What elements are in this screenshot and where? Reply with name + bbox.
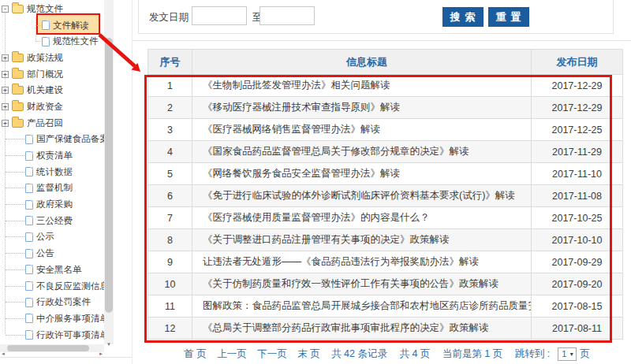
last-page-link[interactable]: 末 页: [297, 348, 319, 359]
sidebar-vertical-scrollbar[interactable]: [104, 0, 114, 344]
sidebar-bottom-divider: [0, 357, 132, 358]
page-jump-select[interactable]: 1▼: [558, 347, 577, 361]
sidebar-item-label: 行政处罚案件: [36, 296, 91, 308]
row-title-link[interactable]: 《网络餐饮服务食品安全监督管理办法》解读: [192, 163, 532, 185]
row-title-link[interactable]: 《关于仿制药质量和疗效一致性评价工作有关事项的公告》政策解读: [192, 273, 532, 295]
prev-page-link[interactable]: 上一页: [217, 348, 247, 359]
sidebar-item[interactable]: +财政资金: [0, 98, 104, 115]
scroll-left-icon[interactable]: [0, 344, 7, 352]
sidebar-item[interactable]: 三公经费: [0, 213, 104, 229]
scroll-right-icon[interactable]: [97, 344, 104, 352]
row-title-link[interactable]: 《免于进行临床试验的体外诊断试剂临床评价资料基本要求(试行)》解读: [192, 185, 532, 207]
table-row: 11图解政策：食品药品监管总局开展城乡接合部和农村地区药店诊所药品质量安全集中整…: [148, 295, 623, 318]
expand-icon[interactable]: +: [2, 87, 9, 94]
folder-icon: [12, 5, 24, 13]
sidebar-horizontal-scrollbar[interactable]: [0, 344, 104, 352]
table-row: 12《总局关于调整部分药品行政审批事项审批程序的决定》政策解读2017-08-1…: [148, 318, 623, 340]
row-date: 2017-11-08: [532, 185, 623, 207]
sidebar-item[interactable]: 中介服务事项清单: [0, 310, 104, 327]
sidebar-item[interactable]: +部门概况: [0, 66, 104, 83]
tree-connector: [6, 269, 24, 270]
sidebar-item[interactable]: 国产保健食品备案: [0, 132, 104, 148]
collapse-icon[interactable]: -: [2, 6, 9, 13]
row-number: 2: [148, 97, 192, 119]
sidebar-item[interactable]: 行政处罚案件: [0, 294, 104, 310]
sidebar-item-label: 国产保健食品备案: [36, 133, 109, 145]
current-page-text: 当前是第 1 页: [442, 348, 502, 359]
sidebar-item[interactable]: 权责清单: [0, 147, 104, 164]
tree-connector: [6, 286, 24, 287]
table-row: 3《医疗器械网络销售监督管理办法》解读2017-12-25: [148, 119, 623, 141]
date-to-input[interactable]: [259, 6, 315, 25]
row-number: 8: [148, 229, 192, 251]
tree-connector: [6, 188, 24, 188]
documents-table: 序号 信息标题 发布日期 1《生物制品批签发管理办法》相关问题解读2017-12…: [147, 49, 623, 340]
row-title-link[interactable]: 《国家食品药品监督管理总局关于修改部分规章的决定》解读: [192, 141, 532, 163]
search-panel: 发文日期 : 至 搜 索 重 置: [138, 0, 614, 34]
sidebar-item[interactable]: +机关建设: [0, 82, 104, 98]
file-icon: [25, 151, 33, 161]
sidebar-item[interactable]: 监督机制: [0, 180, 104, 197]
tree-connector: [6, 221, 24, 221]
sidebar-item[interactable]: 不良反应监测信息: [0, 278, 104, 295]
sidebar-item[interactable]: 统计数据: [0, 164, 104, 180]
file-icon: [25, 249, 33, 258]
vertical-scrollbar-thumb[interactable]: [105, 38, 113, 313]
tree-connector: [6, 318, 24, 319]
file-icon: [25, 200, 33, 210]
row-title-link[interactable]: 让违法者无处遁形——《食品药品违法行为举报奖励办法》解读: [192, 251, 532, 273]
sidebar-item[interactable]: 公示: [0, 229, 104, 246]
next-page-link[interactable]: 下一页: [257, 348, 287, 359]
row-number: 5: [148, 163, 192, 185]
date-from-input[interactable]: [192, 6, 247, 25]
table-row: 8《关于调整进口药品注册管理有关事项的决定》政策解读2017-10-10: [148, 229, 623, 251]
sidebar-item[interactable]: 文件解读: [0, 17, 104, 34]
header-index: 序号: [148, 50, 192, 75]
expand-icon[interactable]: +: [2, 120, 9, 127]
row-number: 3: [148, 119, 192, 141]
row-date: 2017-09-29: [532, 251, 623, 273]
tree-connector: [6, 204, 24, 205]
row-date: 2017-11-10: [532, 163, 623, 185]
row-title-link[interactable]: 《总局关于调整部分药品行政审批事项审批程序的决定》政策解读: [192, 318, 532, 340]
row-title-link[interactable]: 《移动医疗器械注册技术审查指导原则》解读: [192, 97, 532, 119]
sidebar-item[interactable]: +产品召回: [0, 115, 104, 132]
file-icon: [25, 184, 33, 193]
sidebar-item[interactable]: 政府采购: [0, 196, 104, 213]
first-page-link[interactable]: 首 页: [184, 348, 206, 359]
file-icon: [42, 20, 50, 30]
row-title-link[interactable]: 《医疗器械使用质量监督管理办法》的内容是什么？: [192, 207, 532, 229]
sidebar: -规范文件文件解读规范性文件+政策法规+部门概况+机关建设+财政资金+产品召回国…: [0, 0, 115, 357]
sidebar-item[interactable]: 规范性文件: [0, 33, 104, 50]
row-date: 2017-11-29: [532, 141, 623, 163]
row-date: 2017-12-29: [532, 97, 623, 119]
sidebar-item[interactable]: 公告: [0, 245, 104, 262]
search-button[interactable]: 搜 索: [442, 7, 484, 27]
sidebar-item[interactable]: 安全黑名单: [0, 262, 104, 278]
row-title-link[interactable]: 《关于调整进口药品注册管理有关事项的决定》政策解读: [192, 229, 532, 251]
scroll-down-icon[interactable]: [104, 335, 114, 344]
sidebar-item-label: 监督机制: [36, 182, 73, 194]
file-icon: [25, 330, 33, 340]
folder-icon: [12, 119, 24, 128]
sidebar-item[interactable]: -规范文件: [0, 1, 104, 17]
row-title-link[interactable]: 《生物制品批签发管理办法》相关问题解读: [192, 75, 532, 97]
tree-connector: [6, 172, 24, 173]
expand-icon[interactable]: +: [2, 71, 9, 78]
expand-icon[interactable]: +: [2, 103, 9, 110]
reset-button[interactable]: 重 置: [488, 7, 529, 27]
row-number: 4: [148, 141, 192, 163]
folder-icon: [12, 54, 24, 62]
horizontal-scrollbar-thumb[interactable]: [7, 345, 89, 351]
file-icon: [25, 167, 33, 176]
row-title-link[interactable]: 《医疗器械网络销售监督管理办法》解读: [192, 119, 532, 141]
table-row: 5《网络餐饮服务食品安全监督管理办法》解读2017-11-10: [148, 163, 623, 185]
tree-connector: [6, 155, 24, 156]
sidebar-item[interactable]: +政策法规: [0, 50, 104, 66]
row-title-link[interactable]: 图解政策：食品药品监管总局开展城乡接合部和农村地区药店诊所药品质量安全集中整治: [192, 295, 532, 318]
row-date: 2017-08-11: [532, 318, 623, 340]
expand-icon[interactable]: +: [2, 54, 9, 61]
tree-connector: [6, 335, 24, 336]
sidebar-item[interactable]: 行政许可事项清单: [0, 327, 104, 344]
sidebar-item-label: 不良反应监测信息: [36, 280, 109, 292]
